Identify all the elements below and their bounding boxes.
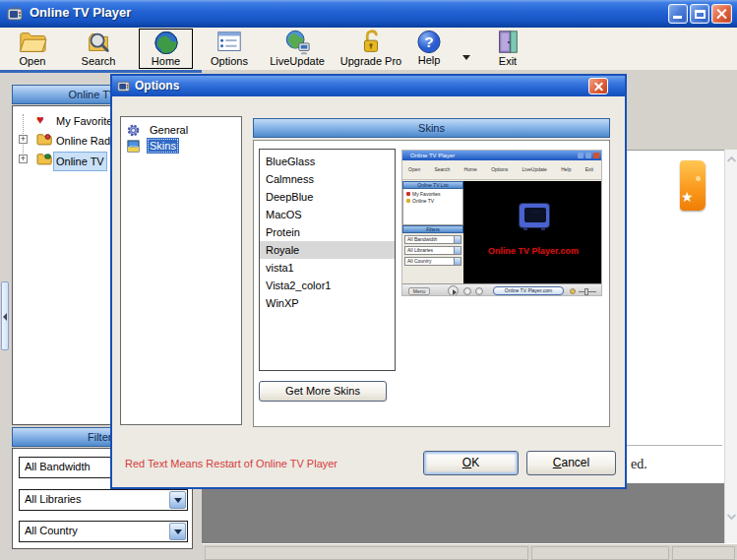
expand-plus-icon[interactable]: + [19,135,28,144]
preview-control-bar: Menu Online TV Player.com [402,283,601,296]
preview-dropdown-arrow [454,258,461,265]
skins-panel-header: Skins [253,118,610,138]
toolbar-exit-label: Exit [484,56,531,67]
toolbar-exit-button[interactable]: Exit [484,29,531,69]
libraries-value: All Libraries [25,493,81,505]
libraries-select[interactable]: All Libraries [19,489,188,511]
country-select[interactable]: All Country [19,521,188,542]
skin-list-item[interactable]: WinXP [260,294,395,312]
skin-list-item[interactable]: Vista2_color1 [260,277,395,294]
preview-toolbar-label: Help [561,166,571,172]
toolbar-search-label: Search [71,56,126,67]
badge-dot [696,176,701,181]
preview-filters-header: Filters [402,225,463,233]
skins-panel: BlueGlass Calmness DeepBlue MacOS Protei… [253,140,610,427]
home-globe-icon [153,30,180,56]
preview-dropdown-arrow [454,247,461,254]
status-bar [202,543,737,560]
preview-address-button: Online TV Player.com [493,286,564,295]
category-general[interactable]: General [125,122,235,138]
preview-toolbar-label: Home [464,166,477,172]
status-cell [531,546,669,560]
scroll-up-icon[interactable] [726,155,737,164]
preview-video-area: ··· Online TV Player.com [463,181,602,283]
chevron-down-icon [174,498,182,503]
window-titlebar: Online TV Player [0,0,737,28]
panel-top-rule [0,70,203,73]
help-dropdown-chevron-icon[interactable] [462,55,470,60]
dialog-titlebar: Options [112,76,625,96]
country-value: All Country [25,525,78,536]
preview-close-icon [593,153,599,158]
toolbar-search-button[interactable]: Search [71,29,126,69]
tree-item-label-selected: Online TV [53,152,107,171]
close-button[interactable] [711,4,732,24]
preview-folder-icon [406,199,410,203]
app-tv-icon [6,5,24,23]
main-toolbar: Open Search Home Opt [0,28,737,70]
get-more-skins-button[interactable]: Get More Skins [259,381,387,402]
toolbar-open-label: Open [8,56,57,67]
page-scrollbar[interactable] [724,150,737,543]
preview-pause-button [475,287,483,295]
dropdown-arrow-button[interactable] [169,491,186,509]
ok-button[interactable]: OK [423,451,519,475]
ok-button-container: OK [423,451,519,475]
preview-tv-logo-icon: ··· [519,203,550,228]
maximize-button[interactable] [690,4,709,24]
preview-title: Online TV Player [410,152,455,159]
toolbar-help-button[interactable]: ? Help [407,29,451,69]
preview-titlebar: Online TV Player [402,151,601,160]
bookmark-badge-icon[interactable]: ★ [680,160,706,211]
status-cell [205,546,528,560]
minimize-button[interactable] [668,4,688,24]
online-tv-player-window: Online TV Player Open Search [0,0,737,560]
preview-toolbar-label: LiveUpdate [522,166,547,172]
bandwidth-value: All Bandwidth [25,461,91,472]
scroll-down-icon[interactable] [726,512,737,522]
status-cell [672,546,735,560]
exit-door-icon [493,29,522,56]
skin-preview-image: Online TV Player Open Search Home Option… [401,150,602,296]
page-divider-line [610,445,722,446]
skin-list-item-selected[interactable]: Royale [260,241,395,259]
preview-toolbar: Open Search Home Options LiveUpdate Help… [402,160,601,180]
cancel-button[interactable]: Cancel [526,451,616,475]
toolbar-home-button[interactable]: Home [139,29,193,69]
skin-listbox[interactable]: BlueGlass Calmness DeepBlue MacOS Protei… [259,149,396,371]
svg-text:?: ? [424,33,433,50]
preview-menu-button: Menu [408,287,430,295]
liveupdate-globe-icon [282,29,312,56]
skin-list-item[interactable]: Calmness [260,170,395,188]
preview-toolbar-label: Search [434,166,450,172]
get-more-skins-container: Get More Skins [259,381,387,402]
category-label-selected: Skins [147,138,179,154]
toolbar-options-button[interactable]: Options [200,29,259,69]
toolbar-open-button[interactable]: Open [8,29,57,69]
expand-plus-icon[interactable]: + [19,155,28,163]
preview-favorites-icon [406,192,410,196]
sidebar-collapse-splitter[interactable] [1,281,9,350]
preview-maximize-icon [585,153,591,158]
toolbar-upgradepro-button[interactable]: Upgrade Pro [335,29,407,69]
preview-play-button [448,285,459,296]
dialog-close-button[interactable] [588,78,608,94]
upgrade-lock-icon [356,29,386,56]
preview-toolbar-label: Open [408,166,420,172]
skin-list-item[interactable]: BlueGlass [260,153,395,170]
toolbar-liveupdate-button[interactable]: LiveUpdate [262,29,333,69]
skin-list-item[interactable]: Protein [260,223,395,241]
preview-toolbar-label: Options [491,166,508,172]
minimize-icon [673,16,682,19]
general-gear-icon [127,124,140,137]
skin-list-item[interactable]: DeepBlue [260,188,395,206]
skin-list-item[interactable]: MacOS [260,206,395,223]
preview-toolbar-label: Exit [585,166,593,172]
skin-list-item[interactable]: vista1 [260,259,395,277]
open-folder-icon [18,29,47,56]
page-text-fragment: ed. [631,457,647,472]
options-window-icon [215,29,244,56]
dropdown-arrow-button[interactable] [169,523,186,540]
preview-tree-header: Online TV List [402,181,463,189]
category-skins[interactable]: Skins [125,138,235,154]
